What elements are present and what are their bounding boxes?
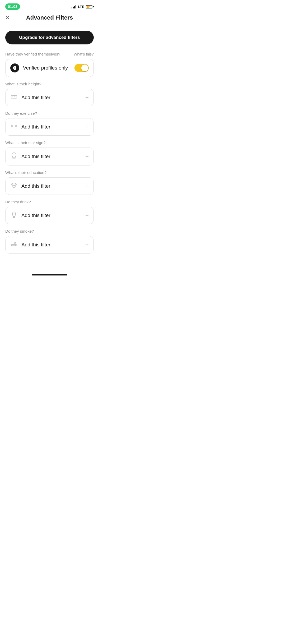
svg-rect-8 bbox=[12, 126, 12, 127]
starsign-add-icon: + bbox=[85, 153, 89, 160]
filter-section-verified: Have they verified themselves? What's th… bbox=[5, 52, 94, 77]
home-indicator bbox=[0, 274, 99, 278]
lte-label: LTE bbox=[78, 5, 84, 9]
svg-rect-9 bbox=[16, 126, 16, 127]
upgrade-button[interactable]: Upgrade for advanced filters bbox=[5, 31, 94, 44]
drink-add-icon: + bbox=[85, 212, 89, 219]
verified-toggle[interactable] bbox=[74, 64, 89, 72]
drink-filter-left: Add this filter bbox=[10, 211, 50, 220]
education-filter-left: Add this filter bbox=[10, 182, 50, 190]
svg-marker-13 bbox=[11, 183, 17, 186]
filter-question-height: What is their height? bbox=[5, 82, 94, 86]
nav-header: ✕ Advanced Filters bbox=[0, 12, 99, 25]
starsign-filter-label: Add this filter bbox=[21, 154, 50, 159]
battery-icon: ⚡ bbox=[86, 5, 94, 8]
filter-section-education: What's their education? Add this filter … bbox=[5, 170, 94, 195]
page-title: Advanced Filters bbox=[26, 14, 73, 21]
smoke-filter-card[interactable]: Add this filter + bbox=[5, 236, 94, 254]
height-add-icon: + bbox=[85, 94, 89, 101]
filter-question-exercise: Do they exercise? bbox=[5, 111, 94, 116]
signal-bars-icon bbox=[72, 5, 76, 8]
whats-this-link[interactable]: What's this? bbox=[74, 52, 94, 56]
smoke-filter-label: Add this filter bbox=[21, 242, 50, 248]
status-bar: 01:03 LTE ⚡ bbox=[0, 0, 99, 12]
filter-question-drink: Do they drink? bbox=[5, 200, 94, 204]
starsign-filter-left: Add this filter bbox=[10, 152, 50, 161]
filter-question-education: What's their education? bbox=[5, 170, 94, 175]
shield-star-icon bbox=[10, 63, 19, 72]
education-filter-card[interactable]: Add this filter + bbox=[5, 177, 94, 195]
education-add-icon: + bbox=[85, 183, 89, 190]
home-bar bbox=[32, 274, 67, 275]
filter-section-exercise: Do they exercise? Add this filter + bbox=[5, 111, 94, 136]
ruler-icon bbox=[10, 93, 18, 102]
smoke-filter-left: Add this filter bbox=[10, 241, 50, 249]
smoke-icon bbox=[10, 241, 18, 249]
education-filter-label: Add this filter bbox=[21, 183, 50, 189]
dumbbell-icon bbox=[10, 123, 18, 131]
starsign-icon bbox=[10, 152, 18, 161]
drink-filter-label: Add this filter bbox=[21, 213, 50, 218]
status-time: 01:03 bbox=[5, 3, 20, 10]
filter-question-verified: Have they verified themselves? What's th… bbox=[5, 52, 94, 56]
close-button[interactable]: ✕ bbox=[5, 15, 10, 20]
exercise-filter-card[interactable]: Add this filter + bbox=[5, 118, 94, 136]
svg-rect-0 bbox=[11, 95, 17, 98]
drink-filter-card[interactable]: Add this filter + bbox=[5, 207, 94, 224]
height-filter-card[interactable]: Add this filter + bbox=[5, 89, 94, 106]
verified-label: Verified profiles only bbox=[23, 65, 74, 71]
exercise-filter-left: Add this filter bbox=[10, 123, 50, 131]
height-filter-left: Add this filter bbox=[10, 93, 50, 102]
content-area: Upgrade for advanced filters Have they v… bbox=[0, 25, 99, 269]
filter-question-starsign: What is their star sign? bbox=[5, 140, 94, 145]
height-filter-label: Add this filter bbox=[21, 95, 50, 100]
filter-section-starsign: What is their star sign? Add this filter… bbox=[5, 140, 94, 165]
toggle-thumb bbox=[81, 65, 88, 71]
filter-question-smoke: Do they smoke? bbox=[5, 229, 94, 233]
graduation-icon bbox=[10, 182, 18, 190]
exercise-add-icon: + bbox=[85, 123, 89, 130]
filter-section-drink: Do they drink? Add this filter + bbox=[5, 200, 94, 224]
drink-icon bbox=[10, 211, 18, 220]
filter-section-height: What is their height? Add this filter + bbox=[5, 82, 94, 106]
filter-section-smoke: Do they smoke? Add this filter + bbox=[5, 229, 94, 254]
smoke-add-icon: + bbox=[85, 241, 89, 248]
verified-card[interactable]: Verified profiles only bbox=[5, 59, 94, 77]
starsign-filter-card[interactable]: Add this filter + bbox=[5, 148, 94, 165]
status-right: LTE ⚡ bbox=[72, 5, 94, 9]
exercise-filter-label: Add this filter bbox=[21, 124, 50, 130]
